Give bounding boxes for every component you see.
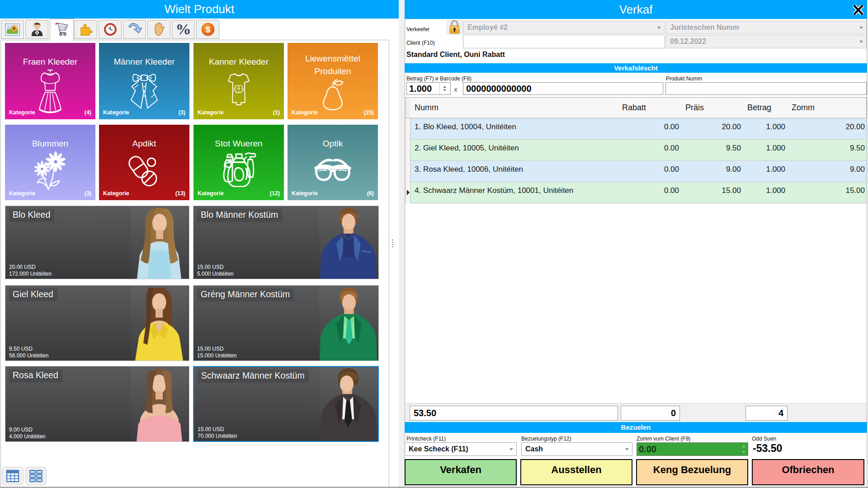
svg-text:$: $ xyxy=(205,25,210,34)
